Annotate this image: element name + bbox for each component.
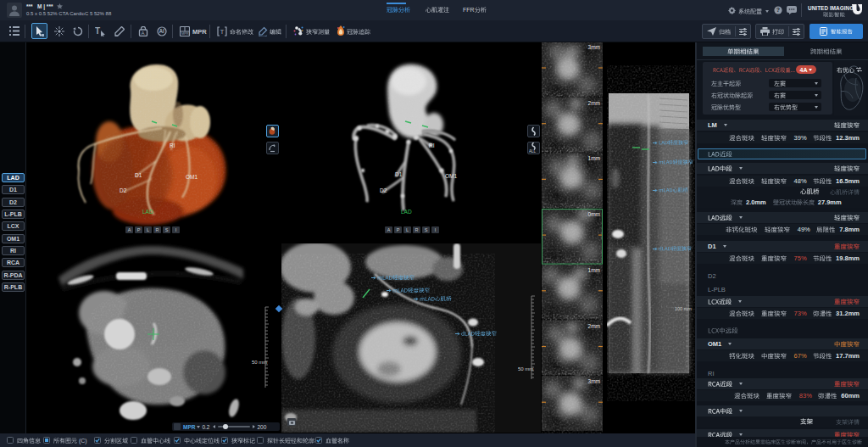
svg-text:50 mm: 50 mm (518, 366, 533, 372)
svg-text:2mm: 2mm (588, 323, 600, 329)
svg-text:3mm: 3mm (588, 378, 600, 384)
svg-text:LAD: LAD (401, 209, 412, 215)
svg-text:OM1: OM1 (186, 174, 198, 180)
svg-text:1mm: 1mm (588, 267, 600, 273)
svg-text:T: T (220, 28, 225, 36)
svg-text:1mm: 1mm (588, 155, 600, 161)
svg-text:0mm: 0mm (588, 211, 600, 217)
svg-text:D2: D2 (120, 187, 127, 193)
svg-text:RI: RI (170, 142, 175, 148)
svg-text:T: T (95, 26, 100, 36)
svg-text:100 mm: 100 mm (675, 306, 692, 311)
svg-text:D1: D1 (135, 172, 142, 178)
svg-text:OM1: OM1 (445, 173, 457, 179)
svg-text:50 mm: 50 mm (252, 360, 267, 365)
svg-text:?: ? (776, 7, 780, 13)
svg-text:D1: D1 (395, 171, 403, 177)
svg-text:A: A (142, 31, 145, 36)
svg-text:3mm: 3mm (588, 44, 600, 50)
svg-text:RI: RI (429, 142, 435, 148)
svg-text:2mm: 2mm (588, 100, 600, 106)
svg-text:LAD: LAD (142, 209, 153, 215)
svg-text:MPR: MPR (181, 31, 189, 36)
svg-text:ALL: ALL (529, 149, 537, 154)
svg-text:D2: D2 (380, 187, 387, 193)
svg-text:AI: AI (159, 28, 164, 34)
